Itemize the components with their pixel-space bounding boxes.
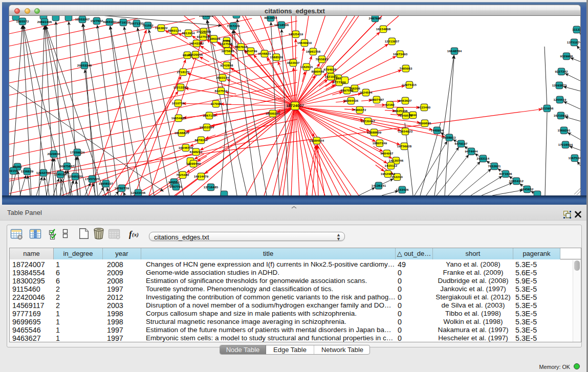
svg-text:11353594: 11353594 <box>200 125 214 129</box>
svg-text:252214: 252214 <box>391 175 403 179</box>
svg-text:12942757: 12942757 <box>36 171 51 174</box>
svg-text:16640910: 16640910 <box>297 41 312 45</box>
svg-text:9245652: 9245652 <box>520 187 534 191</box>
svg-text:6479197: 6479197 <box>454 142 468 145</box>
svg-text:19654985: 19654985 <box>171 116 186 120</box>
svg-text:1162615: 1162615 <box>300 65 313 69</box>
svg-text:10688609: 10688609 <box>367 130 382 134</box>
svg-text:2487682: 2487682 <box>368 16 382 20</box>
svg-text:457: 457 <box>336 76 341 80</box>
svg-text:9474444: 9474444 <box>465 149 478 153</box>
svg-text:8860124: 8860124 <box>168 29 181 32</box>
svg-text:18807249: 18807249 <box>373 141 387 145</box>
svg-text:30975867: 30975867 <box>60 164 75 168</box>
svg-text:16914479: 16914479 <box>194 174 209 178</box>
svg-text:9699695: 9699695 <box>418 121 431 125</box>
svg-text:9146821: 9146821 <box>258 52 271 55</box>
svg-text:15226058: 15226058 <box>197 30 211 33</box>
svg-text:1905572: 1905572 <box>16 19 29 23</box>
svg-text:16648784: 16648784 <box>447 49 462 53</box>
svg-text:1615112: 1615112 <box>385 164 398 167</box>
svg-text:12213382: 12213382 <box>173 85 188 89</box>
svg-text:10973493: 10973493 <box>393 52 408 56</box>
svg-text:9115460: 9115460 <box>418 105 431 109</box>
svg-text:12975115: 12975115 <box>402 83 417 86</box>
svg-text:9327508: 9327508 <box>220 42 233 46</box>
svg-text:14120746: 14120746 <box>389 159 404 162</box>
svg-text:85081: 85081 <box>13 165 22 168</box>
svg-text:16543382: 16543382 <box>189 41 204 45</box>
svg-text:6794028: 6794028 <box>323 68 337 71</box>
svg-text:16782759: 16782759 <box>115 186 129 190</box>
svg-text:13751074: 13751074 <box>567 40 581 44</box>
svg-text:1145194: 1145194 <box>54 172 67 176</box>
svg-text:16961758: 16961758 <box>306 50 321 53</box>
svg-text:9242848: 9242848 <box>220 63 233 67</box>
svg-text:15720407: 15720407 <box>361 119 376 123</box>
svg-text:2803144: 2803144 <box>216 76 229 79</box>
svg-text:10719155: 10719155 <box>116 20 131 24</box>
svg-text:3875685: 3875685 <box>221 49 234 53</box>
svg-text:7632621: 7632621 <box>488 164 501 168</box>
svg-text:62160: 62160 <box>385 103 395 106</box>
svg-text:10807487: 10807487 <box>369 98 384 101</box>
svg-text:8427552: 8427552 <box>214 89 228 93</box>
svg-text:11123: 11123 <box>572 28 581 31</box>
svg-text:17359924: 17359924 <box>70 150 85 154</box>
svg-text:18724007: 18724007 <box>286 103 304 108</box>
svg-text:7386372: 7386372 <box>353 108 366 112</box>
svg-text:1733426: 1733426 <box>396 188 409 191</box>
svg-text:2020656: 2020656 <box>47 152 60 156</box>
svg-text:5844: 5844 <box>409 113 417 117</box>
svg-text:20364436: 20364436 <box>344 99 359 102</box>
svg-text:39158: 39158 <box>9 169 18 172</box>
svg-text:3624554: 3624554 <box>359 91 373 94</box>
svg-text:9329966: 9329966 <box>560 54 573 58</box>
svg-text:1588520: 1588520 <box>270 55 283 59</box>
svg-text:1440954: 1440954 <box>430 128 444 132</box>
svg-text:8813054: 8813054 <box>264 16 277 19</box>
svg-text:6497568: 6497568 <box>340 89 354 92</box>
svg-text:3822037: 3822037 <box>287 61 300 64</box>
svg-text:3267150: 3267150 <box>203 114 216 117</box>
svg-text:16210943: 16210943 <box>554 114 569 117</box>
svg-text:19218506: 19218506 <box>274 23 289 27</box>
svg-text:18300295: 18300295 <box>266 112 280 115</box>
svg-text:19756928: 19756928 <box>397 144 412 148</box>
svg-text:946554: 946554 <box>168 180 180 184</box>
svg-text:10654112: 10654112 <box>509 179 524 183</box>
svg-text:8912954: 8912954 <box>182 31 195 35</box>
svg-text:9463627: 9463627 <box>399 99 412 102</box>
svg-text:1569291: 1569291 <box>557 128 571 132</box>
svg-text:1527602: 1527602 <box>90 19 103 23</box>
svg-text:8186328: 8186328 <box>207 37 221 40</box>
svg-text:6966160: 6966160 <box>103 20 116 24</box>
svg-text:(x): (x) <box>132 231 139 238</box>
svg-text:13716485: 13716485 <box>204 185 219 189</box>
svg-text:19958107: 19958107 <box>99 182 114 185</box>
svg-text:10046758: 10046758 <box>179 146 193 149</box>
svg-text:1167534: 1167534 <box>569 156 581 160</box>
svg-text:12923446: 12923446 <box>131 191 146 194</box>
svg-text:1010755: 1010755 <box>171 101 185 105</box>
svg-text:14136141: 14136141 <box>372 184 386 187</box>
svg-text:1156829: 1156829 <box>21 169 34 173</box>
svg-text:19384554: 19384554 <box>310 139 324 142</box>
svg-text:6498222: 6498222 <box>189 150 203 154</box>
svg-text:17957225: 17957225 <box>85 177 100 181</box>
svg-text:8938913: 8938913 <box>443 136 456 139</box>
svg-text:17016504: 17016504 <box>558 143 573 146</box>
svg-text:9227342: 9227342 <box>555 70 568 73</box>
svg-text:19166825: 19166825 <box>175 131 189 135</box>
svg-text:16033809: 16033809 <box>199 16 214 17</box>
svg-text:9777169: 9777169 <box>333 80 346 84</box>
svg-text:7625402: 7625402 <box>176 173 189 177</box>
svg-text:8878314: 8878314 <box>194 138 208 142</box>
svg-text:10025438: 10025438 <box>393 109 408 113</box>
svg-text:20053346: 20053346 <box>77 63 92 67</box>
svg-text:751552: 751552 <box>142 24 154 27</box>
svg-text:9684067: 9684067 <box>380 151 394 155</box>
svg-text:8990448: 8990448 <box>311 70 324 73</box>
svg-text:7357224: 7357224 <box>227 24 240 28</box>
svg-text:1244419: 1244419 <box>553 98 567 101</box>
